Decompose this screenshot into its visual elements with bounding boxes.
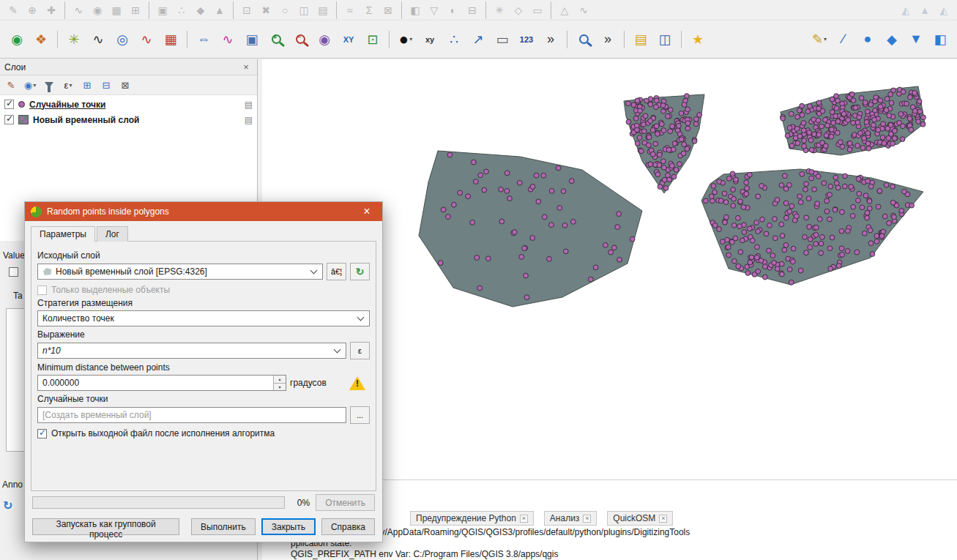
filter-expression-icon[interactable]: ε▾ (60, 77, 76, 93)
globe-mesh-icon[interactable]: ◉ (313, 28, 335, 51)
output-file-input[interactable]: [Создать временный слой] (37, 407, 346, 423)
points-path-icon[interactable]: ∴ (443, 28, 465, 51)
azimuth-icon[interactable]: ↗ (467, 28, 489, 51)
sum-123-icon[interactable]: 123 (515, 28, 537, 51)
select-area-icon[interactable]: ⊡ (362, 28, 384, 51)
slash-tool-icon[interactable]: ∕ (833, 28, 854, 51)
blue-circle-tool-icon[interactable]: ● (857, 28, 879, 51)
run-button[interactable]: Выполнить (191, 518, 256, 535)
help-button[interactable]: Справка (321, 518, 375, 535)
map-themes-icon[interactable]: ◉▾ (22, 77, 38, 93)
selected-only-label: Только выделенные объекты (51, 285, 170, 295)
styling-dock-icon[interactable]: ✎ (3, 77, 19, 93)
warning-icon: ! (349, 376, 365, 390)
point-symbol-icon[interactable] (18, 101, 25, 108)
search-icon[interactable] (573, 28, 595, 51)
output-placeholder: [Создать временный слой] (42, 410, 152, 420)
close-button[interactable]: Закрыть (261, 518, 316, 535)
tab-parameters[interactable]: Параметры (31, 226, 95, 242)
batch-button[interactable]: Запускать как групповой процесс (32, 518, 179, 535)
toolbar-extension-icon-2[interactable]: » (597, 28, 619, 51)
layer-label[interactable]: Случайные точки (29, 100, 105, 110)
blue-pentagon-tool-icon[interactable]: ◆ (881, 28, 903, 51)
polygon-layer-icon (42, 268, 52, 276)
layer-checkbox[interactable]: ✓ (4, 115, 14, 124)
min-distance-value: 0.000000 (42, 378, 273, 388)
refresh-icon[interactable]: ↻ (3, 499, 12, 512)
profile-tool-icon[interactable]: ∿ (87, 28, 109, 51)
layer-item-random-points[interactable]: ✓Случайные точки▤ (0, 97, 257, 112)
polygon-symbol-icon[interactable] (18, 115, 29, 124)
inactive-tool-icon: ◭ (897, 1, 915, 19)
spin-down-icon[interactable]: ▾ (274, 384, 286, 391)
spinner-buttons[interactable]: ▴▾ (273, 376, 286, 390)
checkbox-box (9, 267, 18, 277)
close-tab-icon[interactable]: × (659, 515, 667, 523)
close-tab-icon[interactable]: × (583, 515, 591, 523)
draw-circle-icon[interactable]: ●▾ (395, 28, 417, 51)
red-spline-icon[interactable]: ∿ (135, 28, 157, 51)
favorites-star-icon[interactable]: ★ (687, 28, 709, 51)
units-label: градусов (290, 378, 327, 388)
memory-layer-indicator-icon: ▤ (245, 115, 253, 125)
strategy-combo[interactable]: Количество точек (37, 310, 370, 326)
filter-legend-icon[interactable] (41, 77, 57, 93)
toolbar-extension-icon[interactable]: » (540, 28, 562, 51)
copy-features-icon[interactable]: ▣ (241, 28, 263, 51)
partial-checkbox[interactable] (9, 267, 18, 277)
expression-builder-button[interactable]: ε (350, 342, 370, 359)
log-tab-label: Анализ (550, 513, 580, 523)
plugin-tool-icon[interactable]: ✳ (63, 28, 85, 51)
log-tab-1[interactable]: Анализ× (544, 511, 597, 526)
inactive-tool-icon: △ (556, 1, 573, 19)
progress-bar (32, 496, 285, 509)
digitize-pencil-icon[interactable]: ✎▾ (808, 28, 830, 51)
layers-panel-header-icons: × (224, 61, 253, 73)
zoom-in-icon[interactable] (265, 28, 287, 51)
inactive-tool-icon: ▤ (314, 1, 332, 19)
layer-checkbox[interactable]: ✓ (4, 100, 14, 109)
dot-grid-icon[interactable]: ▦ (160, 28, 182, 51)
side-panel-icon[interactable]: ◫ (654, 28, 676, 51)
open-after-checkbox[interactable]: ✓ Открыть выходной файл после исполнения… (37, 428, 370, 438)
collapse-all-icon[interactable]: ⊟ (98, 77, 114, 93)
log-tab-0[interactable]: Предупреждение Python× (410, 511, 534, 526)
layer-item-temp-layer[interactable]: ✓Новый временный слой▤ (0, 112, 257, 127)
log-tab-2[interactable]: QuickOSM× (607, 511, 673, 526)
remove-layer-icon[interactable]: ⊠ (117, 77, 133, 93)
blue-half-square-tool-icon[interactable]: ◧ (929, 28, 951, 51)
cancel-button: Отменить (316, 494, 375, 511)
style-manager-icon[interactable]: ❖ (30, 28, 52, 51)
expression-combo[interactable]: n*10 (37, 343, 346, 359)
layer-stack-icon[interactable]: ▤ (630, 28, 652, 51)
close-panel-icon[interactable]: × (239, 61, 253, 73)
tab-log[interactable]: Лог (97, 226, 128, 242)
zoom-out-icon[interactable] (289, 28, 311, 51)
xy-point-icon[interactable]: xy (419, 28, 441, 51)
chevron-down-icon (334, 346, 341, 354)
min-distance-input[interactable]: 0.000000 ▴▾ (37, 375, 286, 391)
layer-label[interactable]: Новый временный слой (33, 115, 139, 125)
browse-button[interactable]: ... (350, 406, 370, 424)
dialog-titlebar[interactable]: Random points inside polygons × (25, 202, 382, 221)
source-layer-combo[interactable]: Новый временный слой [EPSG:4326] (37, 264, 323, 280)
advanced-options-button[interactable]: â€¦ (327, 263, 346, 280)
inactive-tool-icon: ✚ (42, 1, 60, 19)
qgis-app-icon[interactable]: ◉ (6, 28, 28, 51)
toolbar-row-top: ✎⊕✚∿◉▦⊞▣∴◆▲⊡✖○◫▤≈Σ⊠◧▽◐⊟✳◇▭△∿◭▲◭ (0, 0, 957, 20)
blue-funnel-tool-icon[interactable]: ▼ (905, 28, 927, 51)
map-swipe-icon[interactable]: ⇔ (193, 28, 215, 51)
layers-panel-toolbar: ✎◉▾ε▾⊞⊟⊠ (0, 75, 257, 94)
point-sample-icon[interactable]: ◎ (111, 28, 133, 51)
iterate-button[interactable]: ↻ (350, 263, 370, 280)
inactive-tool-icon: ⊠ (379, 1, 397, 19)
measure-icon[interactable]: ▭ (491, 28, 513, 51)
open-after-label: Открыть выходной файл после исполнения а… (51, 428, 275, 438)
expand-all-icon[interactable]: ⊞ (79, 77, 95, 93)
undock-panel-icon[interactable] (224, 61, 237, 73)
spin-up-icon[interactable]: ▴ (274, 376, 286, 384)
magenta-profile-icon[interactable]: ∿ (217, 28, 239, 51)
coordinate-capture-icon[interactable]: XY (338, 28, 360, 51)
dialog-close-icon[interactable]: × (351, 202, 382, 221)
close-tab-icon[interactable]: × (520, 515, 528, 523)
